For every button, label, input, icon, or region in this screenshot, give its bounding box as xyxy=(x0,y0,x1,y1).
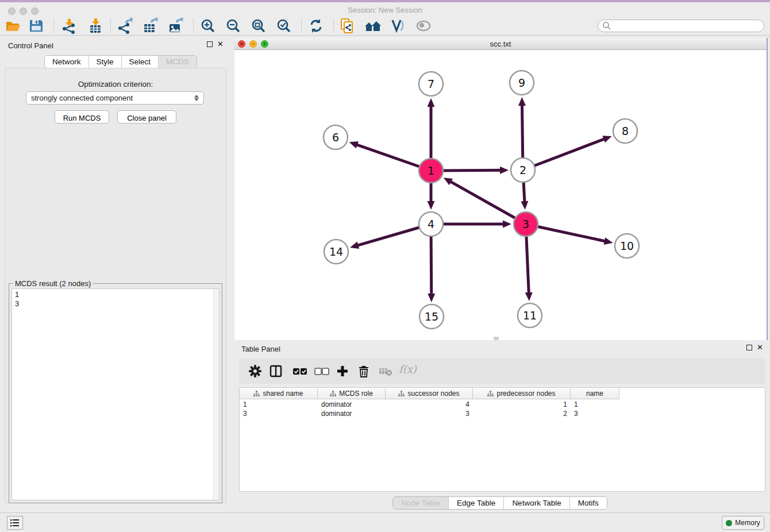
attribute-tree-icon xyxy=(330,391,336,396)
table-settings-icon[interactable] xyxy=(248,364,262,378)
tab-network[interactable]: Network xyxy=(45,56,89,68)
import-table-icon[interactable] xyxy=(87,18,104,34)
cell-MCDS-role[interactable]: dominator xyxy=(318,410,386,419)
export-table-icon[interactable] xyxy=(142,18,159,34)
canvas-scrollbar-thumb[interactable] xyxy=(494,337,499,340)
session-title: Session: New Session xyxy=(0,6,770,14)
column-label: successor nodes xyxy=(407,390,459,398)
edge-arrowhead xyxy=(428,98,435,107)
float-panel-icon[interactable] xyxy=(746,345,752,350)
float-panel-icon[interactable] xyxy=(207,41,213,47)
tab-motifs[interactable]: Motifs xyxy=(570,497,607,509)
edge-arrowhead xyxy=(428,201,435,210)
attribute-tree-icon xyxy=(398,391,405,396)
node-label-7: 7 xyxy=(428,78,434,90)
edge-arrowhead xyxy=(602,136,611,142)
cell-shared-name[interactable]: 3 xyxy=(240,410,318,419)
node-label-1: 1 xyxy=(428,164,434,177)
cell-MCDS-role[interactable]: dominator xyxy=(318,400,386,410)
column-header-successor-nodes[interactable]: successor nodes xyxy=(386,388,473,399)
deselect-all-icon[interactable] xyxy=(314,364,328,378)
delete-column-icon[interactable] xyxy=(357,364,371,378)
attribute-tree-icon xyxy=(253,391,260,396)
status-bar: Memory xyxy=(0,512,770,532)
run-mcds-button[interactable]: Run MCDS xyxy=(55,110,109,124)
edge-arrowhead xyxy=(604,237,613,245)
close-panel-icon[interactable]: ✕ xyxy=(217,41,224,47)
show-hide-icon[interactable] xyxy=(415,18,432,34)
cell-name[interactable]: 3 xyxy=(571,410,619,419)
cell-predecessor-nodes[interactable]: 1 xyxy=(473,400,571,410)
edge-arrowhead xyxy=(500,167,509,174)
column-header-name[interactable]: name xyxy=(571,388,619,399)
close-panel-icon[interactable]: ✕ xyxy=(757,345,763,350)
node-table[interactable]: shared nameMCDS rolesuccessor nodesprede… xyxy=(239,387,765,492)
memory-button[interactable]: Memory xyxy=(722,516,764,530)
open-file-icon[interactable] xyxy=(5,18,22,34)
cell-name[interactable]: 1 xyxy=(571,400,619,410)
network-window-title: scc.txt xyxy=(234,40,767,48)
table-panel: Table Panel ✕ f(x) shared nameMCDS roles… xyxy=(234,342,770,512)
edge-arrowhead xyxy=(525,292,533,301)
mcds-result-title: MCDS result (2 nodes) xyxy=(13,279,93,288)
delete-table-icon[interactable] xyxy=(378,364,392,378)
save-session-icon[interactable] xyxy=(28,18,45,34)
zoom-in-icon[interactable] xyxy=(199,18,217,34)
zoom-selected-icon[interactable] xyxy=(275,18,292,34)
criterion-select[interactable]: strongly connected component xyxy=(26,91,204,105)
cell-shared-name[interactable]: 1 xyxy=(240,400,318,410)
network-graph[interactable]: 7968124314101511 xyxy=(234,50,767,340)
optimization-label: Optimization criterion: xyxy=(5,80,226,88)
list-icon xyxy=(10,518,20,527)
network-window-titlebar[interactable]: ✕ – + scc.txt xyxy=(234,38,767,50)
apply-style-icon[interactable] xyxy=(389,18,406,34)
tab-mcds[interactable]: MCDS xyxy=(159,56,197,68)
memory-label: Memory xyxy=(735,519,760,527)
column-label: name xyxy=(586,390,603,398)
mcds-result-list[interactable]: 1 3 xyxy=(11,288,220,500)
tab-edge-table[interactable]: Edge Table xyxy=(449,497,504,509)
table-row[interactable]: 3dominator323 xyxy=(240,410,619,419)
import-network-icon[interactable] xyxy=(60,18,78,34)
zoom-fit-icon[interactable] xyxy=(250,18,267,34)
network-view-window: ✕ – + scc.txt 7968124314101511 xyxy=(234,38,768,340)
cell-predecessor-nodes[interactable]: 2 xyxy=(473,410,571,419)
node-label-9: 9 xyxy=(518,76,525,89)
network-canvas[interactable]: 7968124314101511 xyxy=(234,50,767,340)
tab-node-table[interactable]: Node Table xyxy=(393,497,449,509)
task-history-button[interactable] xyxy=(7,516,23,530)
column-label: predecessor nodes xyxy=(496,390,555,398)
search-input[interactable] xyxy=(611,22,755,30)
cell-successor-nodes[interactable]: 3 xyxy=(386,410,473,419)
column-header-predecessor-nodes[interactable]: predecessor nodes xyxy=(473,388,571,399)
copy-style-icon[interactable] xyxy=(339,18,356,34)
refresh-icon[interactable] xyxy=(307,18,325,34)
column-header-shared-name[interactable]: shared name xyxy=(240,388,318,399)
toolbar-separator xyxy=(333,19,334,33)
function-builder-icon[interactable]: f(x) xyxy=(399,363,417,375)
show-columns-icon[interactable] xyxy=(269,364,283,378)
add-column-icon[interactable] xyxy=(336,364,349,378)
edge-3-1[interactable] xyxy=(450,182,526,224)
mcds-result-lines: 1 3 xyxy=(15,290,19,309)
control-panel-tabs: NetworkStyleSelectMCDS xyxy=(44,55,197,68)
column-header-MCDS-role[interactable]: MCDS role xyxy=(318,388,386,399)
cell-successor-nodes[interactable]: 4 xyxy=(386,400,473,410)
home-layout-icon[interactable] xyxy=(364,18,382,34)
node-label-8: 8 xyxy=(622,125,629,137)
table-row[interactable]: 1dominator411 xyxy=(240,400,619,410)
main-toolbar xyxy=(0,16,770,36)
zoom-out-icon[interactable] xyxy=(225,18,242,34)
table-header-row: shared nameMCDS rolesuccessor nodesprede… xyxy=(240,388,619,399)
tab-select[interactable]: Select xyxy=(122,56,159,68)
export-image-icon[interactable] xyxy=(167,18,184,34)
export-network-icon[interactable] xyxy=(117,18,134,34)
tab-network-table[interactable]: Network Table xyxy=(504,497,569,509)
mcds-scrollbar[interactable] xyxy=(213,289,219,500)
tab-style[interactable]: Style xyxy=(89,56,122,68)
select-all-icon[interactable] xyxy=(292,364,306,378)
node-label-6: 6 xyxy=(332,131,339,144)
edge-2-8[interactable] xyxy=(523,139,605,170)
close-panel-button[interactable]: Close panel xyxy=(117,110,176,124)
search-box[interactable] xyxy=(598,20,764,32)
